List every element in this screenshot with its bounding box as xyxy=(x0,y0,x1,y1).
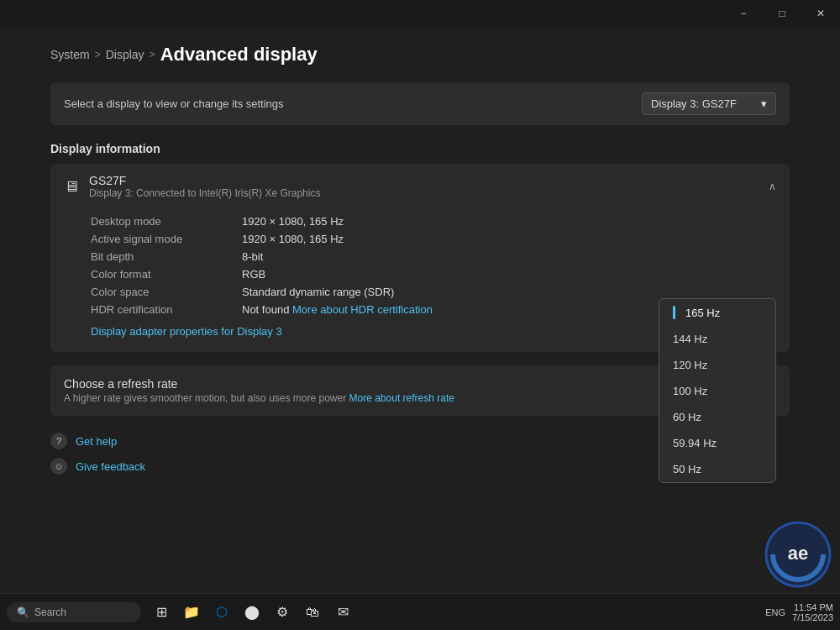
display-dropdown-chevron: ▾ xyxy=(761,97,767,110)
minimize-button[interactable]: − xyxy=(724,0,763,27)
display-selector-label: Select a display to view or change its s… xyxy=(64,97,284,110)
taskbar-search[interactable]: 🔍 Search xyxy=(7,602,141,622)
monitor-icon: 🖥 xyxy=(64,178,79,196)
prop-label: HDR certification xyxy=(91,303,242,316)
monitor-name: GS27F xyxy=(89,174,320,187)
search-icon: 🔍 xyxy=(17,606,29,618)
refresh-subtitle: A higher rate gives smoother motion, but… xyxy=(64,392,454,404)
refresh-option[interactable]: 165 Hz xyxy=(659,299,775,326)
adapter-properties-link[interactable]: Display adapter properties for Display 3 xyxy=(91,325,282,338)
bottom-link-label: Get help xyxy=(76,435,117,448)
taskbar-mail-icon[interactable]: ✉ xyxy=(329,599,356,626)
taskbar-clock: 11:54 PM 7/15/2023 xyxy=(792,602,833,622)
monitor-name-group: GS27F Display 3: Connected to Intel(R) I… xyxy=(89,174,320,199)
breadcrumb-separator-1: > xyxy=(95,49,101,60)
breadcrumb-system[interactable]: System xyxy=(50,48,90,61)
taskbar-date: 7/15/2023 xyxy=(792,612,833,622)
prop-value: Standard dynamic range (SDR) xyxy=(242,286,394,298)
close-button[interactable]: ✕ xyxy=(801,0,840,27)
refresh-rate-section: Choose a refresh rate A higher rate give… xyxy=(50,365,790,416)
breadcrumb-display[interactable]: Display xyxy=(106,48,144,61)
taskbar-edge-icon[interactable]: ⬡ xyxy=(208,599,235,626)
property-row: Color formatRGB xyxy=(91,265,776,283)
taskbar-settings-icon[interactable]: ⚙ xyxy=(269,599,296,626)
taskbar-right: ENG 11:54 PM 7/15/2023 xyxy=(765,602,833,622)
property-row: Bit depth8-bit xyxy=(91,248,776,265)
bottom-link-icon: ☺ xyxy=(50,458,67,475)
taskbar-explorer-icon[interactable]: 📁 xyxy=(178,599,205,626)
refresh-info: Choose a refresh rate A higher rate give… xyxy=(64,377,454,404)
refresh-dropdown[interactable]: 165 Hz144 Hz120 Hz100 Hz60 Hz59.94 Hz50 … xyxy=(659,298,776,483)
refresh-title: Choose a refresh rate xyxy=(64,377,454,391)
prop-value: RGB xyxy=(242,268,265,281)
taskbar-start-icon[interactable]: ⊞ xyxy=(148,599,175,626)
display-info-header-left: 🖥 GS27F Display 3: Connected to Intel(R)… xyxy=(64,174,320,199)
titlebar: − □ ✕ xyxy=(0,0,840,27)
search-label: Search xyxy=(34,606,66,618)
property-row: Desktop mode1920 × 1080, 165 Hz xyxy=(91,213,776,230)
prop-value: 1920 × 1080, 165 Hz xyxy=(242,215,344,228)
taskbar-time: 11:54 PM xyxy=(792,602,833,612)
hdr-link[interactable]: More about HDR certification xyxy=(292,303,433,316)
prop-label: Active signal mode xyxy=(91,233,242,245)
refresh-option[interactable]: 60 Hz xyxy=(659,404,775,430)
display-dropdown-value: Display 3: GS27F xyxy=(651,97,737,110)
refresh-option[interactable]: 100 Hz xyxy=(659,378,775,404)
refresh-option[interactable]: 144 Hz xyxy=(659,326,775,352)
prop-label: Desktop mode xyxy=(91,215,242,228)
monitor-subtitle: Display 3: Connected to Intel(R) Iris(R)… xyxy=(89,187,320,199)
brand-logo: ae xyxy=(764,521,832,588)
taskbar: 🔍 Search ⊞ 📁 ⬡ ⬤ ⚙ 🛍 ✉ ENG 11:54 PM 7/15… xyxy=(0,593,840,630)
refresh-option[interactable]: 59.94 Hz xyxy=(659,430,775,456)
page-title: Advanced display xyxy=(160,44,318,66)
section-title: Display information xyxy=(50,142,790,155)
prop-label: Color space xyxy=(91,286,242,298)
display-dropdown[interactable]: Display 3: GS27F ▾ xyxy=(642,92,776,115)
maximize-button[interactable]: □ xyxy=(763,0,801,27)
bottom-link-icon: ? xyxy=(50,433,67,449)
display-info-header[interactable]: 🖥 GS27F Display 3: Connected to Intel(R)… xyxy=(50,164,790,209)
refresh-option[interactable]: 120 Hz xyxy=(659,352,775,378)
bottom-link-label: Give feedback xyxy=(76,460,145,473)
taskbar-tray: ENG xyxy=(765,607,785,617)
prop-label: Bit depth xyxy=(91,250,242,263)
property-row: Active signal mode1920 × 1080, 165 Hz xyxy=(91,230,776,248)
taskbar-app-icons: ⊞ 📁 ⬡ ⬤ ⚙ 🛍 ✉ xyxy=(148,599,356,626)
taskbar-chrome-icon[interactable]: ⬤ xyxy=(239,599,265,626)
prop-value: 1920 × 1080, 165 Hz xyxy=(242,233,344,245)
info-chevron-icon: ∧ xyxy=(769,181,776,192)
breadcrumb-separator-2: > xyxy=(150,49,155,60)
refresh-more-link[interactable]: More about refresh rate xyxy=(349,392,454,404)
taskbar-store-icon[interactable]: 🛍 xyxy=(299,599,326,626)
display-selector-bar: Select a display to view or change its s… xyxy=(50,82,790,125)
titlebar-controls: − □ ✕ xyxy=(724,0,840,27)
prop-label: Color format xyxy=(91,268,242,281)
prop-value: Not found More about HDR certification xyxy=(242,303,433,316)
svg-text:ae: ae xyxy=(788,543,808,564)
refresh-subtitle-text: A higher rate gives smoother motion, but… xyxy=(64,392,346,404)
breadcrumb: System > Display > Advanced display xyxy=(50,44,790,66)
prop-value: 8-bit xyxy=(242,250,263,263)
main-content: System > Display > Advanced display Sele… xyxy=(0,27,840,593)
refresh-option[interactable]: 50 Hz xyxy=(659,456,775,482)
